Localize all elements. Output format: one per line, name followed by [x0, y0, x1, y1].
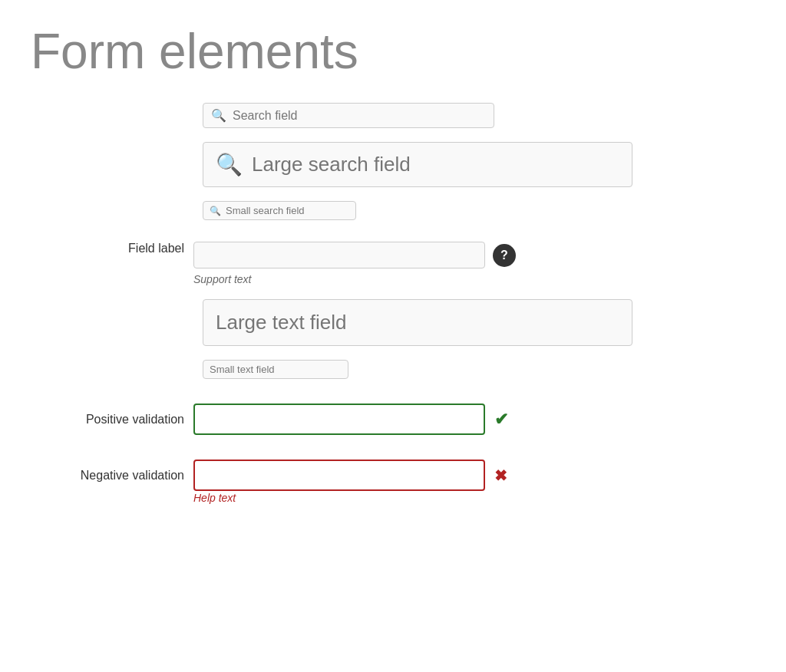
help-icon-button[interactable]: ?: [493, 244, 516, 267]
negative-validation-row: Negative validation ✖: [31, 460, 722, 491]
small-search-input[interactable]: [226, 205, 349, 216]
field-label: Field label: [31, 242, 184, 255]
search-icon: 🔍: [211, 108, 226, 123]
positive-validation-label: Positive validation: [31, 413, 184, 427]
search-input[interactable]: [233, 109, 486, 123]
page-title: Form elements: [31, 23, 755, 80]
negative-validation-input[interactable]: [193, 460, 485, 491]
text-field-labeled: ?: [193, 242, 722, 268]
large-text-field-row: [31, 299, 722, 346]
large-text-input[interactable]: [203, 299, 632, 346]
small-text-input[interactable]: [203, 360, 348, 379]
small-text-field-row: [31, 360, 722, 379]
labeled-field-row: Field label ? Support text: [31, 242, 722, 285]
negative-validation-section: Negative validation ✖ Help text: [31, 460, 722, 505]
search-icon-small: 🔍: [210, 206, 221, 216]
search-field-container: 🔍: [203, 103, 494, 128]
cross-icon: ✖: [494, 466, 507, 485]
search-field-row: 🔍: [31, 103, 722, 128]
small-search-field-row: 🔍: [31, 201, 722, 220]
form-section: 🔍 🔍 🔍 Field label ? Support text: [31, 103, 722, 505]
support-text: Support text: [193, 273, 722, 285]
large-search-field-container: 🔍: [203, 142, 632, 187]
help-text: Help text: [193, 492, 236, 504]
labeled-text-input[interactable]: [193, 242, 485, 268]
small-search-field-container: 🔍: [203, 201, 356, 220]
large-search-field-row: 🔍: [31, 142, 722, 187]
large-search-input[interactable]: [252, 153, 619, 176]
search-icon-large: 🔍: [216, 152, 243, 177]
positive-validation-row: Positive validation ✔: [31, 404, 722, 435]
labeled-field-col: ? Support text: [193, 242, 722, 285]
negative-validation-label: Negative validation: [31, 469, 184, 483]
positive-validation-input[interactable]: [193, 404, 485, 435]
checkmark-icon: ✔: [494, 410, 508, 430]
